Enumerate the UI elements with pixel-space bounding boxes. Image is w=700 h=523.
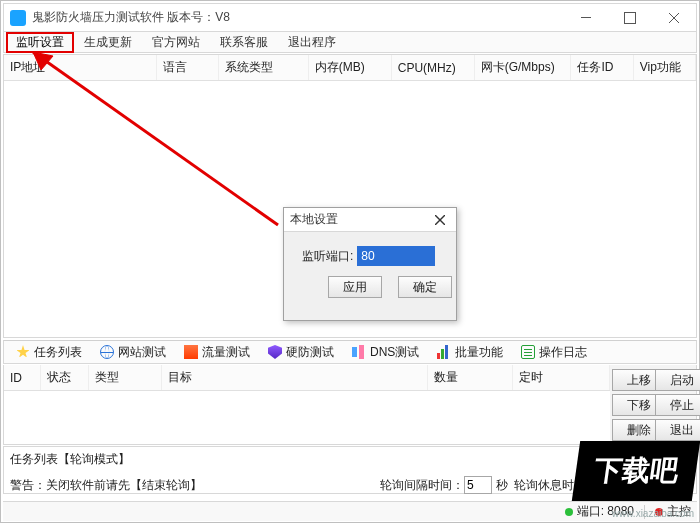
batch-icon	[437, 345, 451, 359]
status-bar: 端口: 8080 主控	[3, 501, 697, 521]
interval-input[interactable]	[464, 476, 492, 494]
tcol-id[interactable]: ID	[4, 365, 40, 391]
tcol-type[interactable]: 类型	[89, 365, 162, 391]
col-memory[interactable]: 内存(MB)	[308, 55, 391, 81]
task-side-buttons: 上移 启动 下移 停止 删除 退出	[610, 365, 696, 444]
watermark-url: www.xiazaiba.com	[612, 508, 694, 519]
tcol-target[interactable]: 目标	[161, 365, 427, 391]
menu-official-site[interactable]: 官方网站	[142, 32, 210, 53]
menu-exit[interactable]: 退出程序	[278, 32, 346, 53]
stop-button[interactable]: 停止	[655, 394, 700, 416]
watermark-logo: 下载吧	[572, 441, 700, 501]
start-button[interactable]: 启动	[655, 369, 700, 391]
tb-flow-test[interactable]: 流量测试	[176, 342, 258, 363]
flow-icon	[184, 345, 198, 359]
listen-port-input[interactable]	[357, 246, 435, 266]
sec-label-1: 秒	[496, 477, 508, 494]
col-nic[interactable]: 网卡(G/Mbps)	[474, 55, 571, 81]
close-button[interactable]	[652, 4, 696, 31]
col-ip[interactable]: IP地址	[4, 55, 156, 81]
star-icon	[16, 345, 30, 359]
dns-icon	[352, 345, 366, 359]
tb-label: 操作日志	[539, 344, 587, 361]
tb-label: 批量功能	[455, 344, 503, 361]
window-title: 鬼影防火墙压力测试软件 版本号：V8	[32, 9, 564, 26]
apply-button[interactable]: 应用	[328, 276, 382, 298]
tb-dns-test[interactable]: DNS测试	[344, 342, 427, 363]
tb-label: 网站测试	[118, 344, 166, 361]
tb-batch[interactable]: 批量功能	[429, 342, 511, 363]
tcol-status[interactable]: 状态	[40, 365, 88, 391]
interval-label: 轮询间隔时间：	[380, 477, 464, 494]
dialog-close-button[interactable]	[430, 211, 450, 229]
col-vip[interactable]: Vip功能	[633, 55, 695, 81]
globe-icon	[100, 345, 114, 359]
col-os[interactable]: 系统类型	[218, 55, 308, 81]
minimize-button[interactable]	[564, 4, 608, 31]
tb-label: 流量测试	[202, 344, 250, 361]
tb-web-test[interactable]: 网站测试	[92, 342, 174, 363]
task-toolbar: 任务列表 网站测试 流量测试 硬防测试 DNS测试 批量功能 操作日志	[3, 340, 697, 364]
tb-log[interactable]: 操作日志	[513, 342, 595, 363]
tcol-count[interactable]: 数量	[428, 365, 513, 391]
tb-label: DNS测试	[370, 344, 419, 361]
ok-button[interactable]: 确定	[398, 276, 452, 298]
col-cpu[interactable]: CPU(MHz)	[391, 55, 474, 81]
tasks-grid[interactable]: ID 状态 类型 目标 数量 定时	[4, 365, 610, 444]
app-icon	[10, 10, 26, 26]
status-led-green-icon	[565, 508, 573, 516]
dialog-title: 本地设置	[290, 211, 430, 228]
maximize-button[interactable]	[608, 4, 652, 31]
warning-text: 警告：关闭软件前请先【结束轮询】	[10, 477, 202, 494]
tcol-timer[interactable]: 定时	[513, 365, 610, 391]
col-language[interactable]: 语言	[156, 55, 218, 81]
menu-generate-update[interactable]: 生成更新	[74, 32, 142, 53]
tb-task-list[interactable]: 任务列表	[8, 342, 90, 363]
local-settings-dialog: 本地设置 监听端口: 应用 确定	[283, 207, 457, 321]
tb-label: 硬防测试	[286, 344, 334, 361]
title-bar: 鬼影防火墙压力测试软件 版本号：V8	[3, 3, 697, 31]
menu-contact-support[interactable]: 联系客服	[210, 32, 278, 53]
tb-label: 任务列表	[34, 344, 82, 361]
exit-button[interactable]: 退出	[655, 419, 700, 441]
col-taskid[interactable]: 任务ID	[571, 55, 633, 81]
menu-listen-settings[interactable]: 监听设置	[6, 32, 74, 53]
log-icon	[521, 345, 535, 359]
listen-port-label: 监听端口:	[302, 248, 353, 265]
tb-hard-test[interactable]: 硬防测试	[260, 342, 342, 363]
shield-icon	[268, 345, 282, 359]
menu-bar: 监听设置 生成更新 官方网站 联系客服 退出程序	[3, 31, 697, 53]
